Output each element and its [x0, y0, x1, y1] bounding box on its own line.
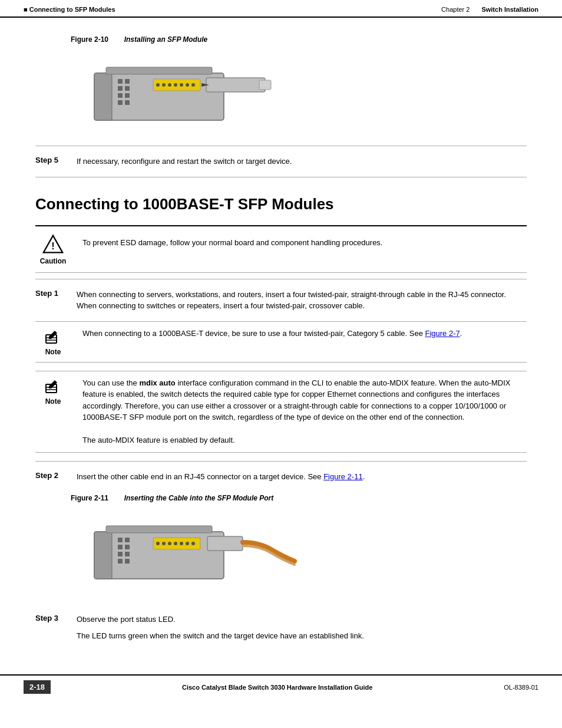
step-5-content: If necessary, reconfigure and restart th… [77, 156, 527, 167]
svg-rect-49 [207, 536, 243, 551]
svg-rect-6 [125, 79, 130, 84]
footer-left: 2-18 [24, 680, 51, 694]
svg-rect-32 [94, 532, 112, 579]
svg-rect-7 [125, 86, 130, 91]
step-1-row: Step 1 When connecting to servers, works… [35, 289, 527, 312]
section-heading-1000base: Connecting to 1000BASE-T SFP Modules [35, 195, 527, 213]
svg-point-15 [180, 83, 183, 87]
divider-after-note2 [35, 461, 527, 462]
step-3-text2: The LED turns green when the switch and … [77, 630, 527, 642]
footer-doc-number: OL-8389-01 [504, 684, 538, 691]
sfp-cable-diagram: 143477 [71, 508, 300, 602]
svg-rect-3 [118, 86, 123, 91]
note-1-label-text: Note [45, 348, 61, 356]
figure-10-image: 143476 [71, 50, 300, 140]
note-2-box: Note You can use the mdix auto interface… [35, 371, 527, 453]
step-1-label: Step 1 [35, 289, 65, 298]
note-2-pencil-icon [44, 377, 62, 395]
page-footer: 2-18 Cisco Catalyst Blade Switch 3030 Ha… [0, 674, 562, 699]
caution-content-text: To prevent ESD damage, follow your norma… [82, 233, 527, 249]
note-2-content: You can use the mdix auto interface conf… [82, 377, 527, 446]
chapter-label: Chapter 2 [441, 6, 470, 13]
sfp-install-diagram: 143476 [71, 50, 300, 138]
svg-point-12 [162, 83, 166, 87]
caution-icon-area: ! Caution [35, 233, 71, 265]
svg-point-17 [191, 83, 195, 87]
divider-after-caution [35, 279, 527, 279]
figure-10-container: Figure 2-10 Installing an SFP Module [71, 35, 527, 140]
svg-rect-40 [125, 559, 130, 564]
step-2-row: Step 2 Insert the other cable end in an … [35, 471, 527, 483]
mdix-auto-command: mdix auto [139, 378, 175, 387]
svg-rect-35 [118, 552, 123, 556]
svg-point-13 [168, 83, 171, 87]
svg-rect-8 [125, 93, 130, 98]
svg-rect-4 [118, 93, 123, 98]
svg-rect-18 [206, 78, 265, 92]
caution-box: ! Caution To prevent ESD damage, follow … [35, 225, 527, 273]
svg-rect-21 [106, 67, 212, 74]
note-pencil-icon [44, 328, 62, 345]
caution-label-text: Caution [40, 257, 67, 265]
svg-rect-37 [125, 538, 130, 542]
step-5-label: Step 5 [35, 156, 65, 164]
caution-triangle-icon: ! [42, 233, 64, 255]
step-3-content: Observe the port status LED. The LED tur… [77, 614, 527, 641]
divider-after-fig10 [35, 146, 527, 146]
divider-after-step5 [35, 177, 527, 177]
main-content: Figure 2-10 Installing an SFP Module [0, 18, 562, 663]
note-1-icon-area: Note [35, 328, 71, 356]
svg-point-47 [186, 542, 189, 545]
step-5-row: Step 5 If necessary, reconfigure and res… [35, 156, 527, 167]
svg-rect-38 [125, 545, 130, 549]
note-2-label-text: Note [45, 397, 61, 406]
step-1-content: When connecting to servers, workstations… [77, 289, 527, 312]
step-3-label: Step 3 [35, 614, 65, 622]
figure-11-container: Figure 2-11 Inserting the Cable into the… [71, 494, 527, 604]
svg-point-48 [191, 542, 195, 545]
chapter-title: Switch Installation [481, 6, 538, 13]
svg-rect-2 [118, 79, 123, 84]
note-2-para1: You can use the mdix auto interface conf… [82, 377, 527, 423]
black-square-icon: ■ [24, 6, 28, 13]
svg-point-45 [174, 542, 177, 545]
footer-doc-title: Cisco Catalyst Blade Switch 3030 Hardwar… [182, 684, 372, 691]
step-3-text1: Observe the port status LED. [77, 614, 527, 625]
figure-11-image: 143477 [71, 508, 300, 604]
note-1-box: Note When connecting to a 1000BASE-T dev… [35, 321, 527, 363]
page-number: 2-18 [24, 680, 51, 694]
figure-2-7-link[interactable]: Figure 2-7 [425, 329, 459, 338]
svg-rect-5 [118, 100, 123, 105]
svg-rect-39 [125, 552, 130, 556]
header-section-label: ■ Connecting to SFP Modules [24, 6, 115, 13]
svg-point-43 [162, 542, 166, 545]
svg-point-16 [186, 83, 189, 87]
step-2-content: Insert the other cable end in an RJ-45 c… [77, 471, 527, 483]
svg-point-42 [156, 542, 160, 545]
svg-rect-33 [118, 538, 123, 542]
svg-text:!: ! [51, 241, 54, 251]
figure-2-11-link[interactable]: Figure 2-11 [323, 472, 362, 481]
svg-point-46 [180, 542, 183, 545]
svg-point-14 [174, 83, 177, 87]
svg-rect-36 [118, 559, 123, 564]
note-2-para2: The auto-MDIX feature is enabled by defa… [82, 434, 527, 446]
figure-10-caption: Figure 2-10 Installing an SFP Module [71, 35, 527, 44]
svg-rect-1 [94, 73, 112, 120]
svg-rect-34 [118, 545, 123, 549]
note-1-content: When connecting to a 1000BASE-T device, … [82, 328, 527, 340]
step-2-label: Step 2 [35, 471, 65, 480]
header-chapter-info: Chapter 2 Switch Installation [441, 6, 538, 13]
step-3-row: Step 3 Observe the port status LED. The … [35, 614, 527, 641]
svg-point-44 [168, 542, 171, 545]
figure-11-caption: Figure 2-11 Inserting the Cable into the… [71, 494, 527, 502]
svg-rect-9 [125, 100, 130, 105]
note-2-icon-area: Note [35, 377, 71, 406]
page-header: ■ Connecting to SFP Modules Chapter 2 Sw… [0, 0, 562, 18]
svg-rect-50 [106, 526, 212, 533]
svg-rect-19 [259, 80, 271, 90]
svg-point-11 [156, 83, 160, 87]
